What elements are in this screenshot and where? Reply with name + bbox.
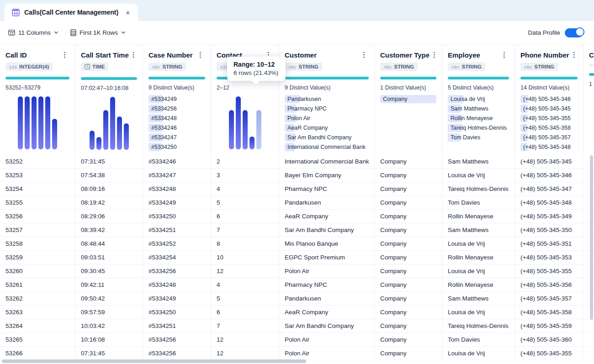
histogram-bar[interactable] [18,96,23,149]
top-value-item[interactable]: Tareiq Holmes-Dennis [448,123,509,132]
top-value-item[interactable]: (+48) 505-345-355 [520,114,578,123]
table-cell-customer[interactable]: Bayer Elm Company [279,169,375,182]
histogram-bar[interactable] [90,131,95,150]
top-value-item[interactable]: (+48) 505-345-346 [520,95,578,104]
table-cell-customer[interactable]: Sar Am Bandhi Company [279,319,375,332]
table-cell-c[interactable] [583,333,594,346]
table-cell-customer-type[interactable]: Company [375,347,442,360]
table-cell-customer[interactable]: EGPC Sport Premium [279,251,375,264]
table-cell-call-id[interactable]: 53262 [0,292,75,305]
table-cell-customer[interactable]: AeaR Company [279,306,375,319]
table-cell-call-start-time[interactable]: 07:31:45 [75,155,143,168]
histogram-bar[interactable] [249,137,255,149]
table-cell-customer-type[interactable]: Company [375,237,442,250]
table-cell-call-start-time[interactable]: 08:09:16 [75,182,143,195]
table-cell-call-id[interactable]: 53254 [0,182,75,195]
top-value-item[interactable]: Company [380,95,436,104]
table-cell-customer-type[interactable]: Company [375,210,442,223]
table-cell-call-start-time[interactable]: 10:03:42 [75,319,143,332]
table-cell-phone-number[interactable]: (+48) 505-345-350 [515,223,583,237]
table-cell-case-number[interactable]: #5334250 [143,306,211,319]
table-cell-contact[interactable]: 5 [211,292,279,305]
table-cell-case-number[interactable]: #5334256 [143,264,211,278]
column-menu-icon[interactable]: ⋮ [499,51,509,59]
column-header-call-id[interactable]: Call ID⋮123INTEGER(4)53252–53279 [0,45,75,155]
table-cell-phone-number[interactable]: (+48) 505-345-351 [515,237,583,250]
histogram-bar[interactable] [236,96,241,149]
table-cell-call-start-time[interactable]: 07:54:38 [75,169,143,182]
table-cell-case-number[interactable]: #5334249 [143,292,211,305]
table-cell-call-start-time[interactable]: 09:57:59 [75,306,143,319]
histogram-bar[interactable] [32,96,37,149]
column-menu-icon[interactable]: ⋮ [569,51,579,59]
table-cell-call-id[interactable]: 53260 [0,264,75,278]
histogram-bar[interactable] [25,96,30,149]
column-header-customer-type[interactable]: Customer Type⋮AbcSTRING1 Distinct Value(… [375,45,442,155]
column-menu-icon[interactable]: ⋮ [359,51,369,59]
histogram-bar[interactable] [45,96,50,149]
table-cell-employee[interactable]: Rollin Menayese [442,251,515,264]
table-cell-case-number[interactable]: #5334247 [143,169,211,182]
table-cell-customer-type[interactable]: Company [375,196,442,209]
table-cell-employee[interactable]: Louisa de Vrij [442,237,515,250]
table-cell-contact[interactable]: 7 [211,319,279,332]
table-cell-call-start-time[interactable]: 07:31:45 [75,347,143,360]
table-cell-employee[interactable]: Sam Matthews [442,292,515,305]
table-cell-contact[interactable]: 7 [211,223,279,237]
table-cell-case-number[interactable]: #5334250 [143,210,211,223]
table-cell-customer[interactable]: Sar Am Bandhi Company [279,223,375,237]
top-value-item[interactable]: Pharmacy NPC [285,104,369,113]
top-value-item[interactable]: #5334248 [148,114,205,123]
tab-calls[interactable]: Calls(Call Center Management) × [5,4,138,21]
table-cell-case-number[interactable]: #5334256 [143,347,211,360]
top-value-item[interactable]: (+48) 505-345-358 [520,123,578,132]
column-header-case-number[interactable]: Case Number⋮AbcSTRING9 Distinct Value(s)… [143,45,211,155]
histogram-bar[interactable] [38,96,43,149]
table-cell-phone-number[interactable]: (+48) 505-345-357 [515,292,583,305]
table-cell-call-id[interactable]: 53261 [0,278,75,291]
column-header-phone-number[interactable]: Phone Number⋮AbcSTRING14 Distinct Value(… [515,45,583,155]
table-cell-employee[interactable]: Louisa de Vrij [442,347,515,360]
table-cell-case-number[interactable]: #5334246 [143,155,211,168]
table-cell-contact[interactable]: 10 [211,251,279,264]
top-value-item[interactable]: #5334256 [148,104,205,113]
table-cell-case-number[interactable]: #5334248 [143,182,211,195]
table-cell-phone-number[interactable]: (+48) 505-345-345 [515,155,583,168]
table-cell-employee[interactable]: Tareiq Holmes-Dennis [442,319,515,332]
table-cell-customer[interactable]: AeaR Company [279,210,375,223]
table-cell-customer[interactable]: Polon Air [279,347,375,360]
top-value-item[interactable]: Louisa de Vrij [448,95,509,104]
table-cell-case-number[interactable]: #5334248 [143,278,211,291]
table-cell-customer[interactable]: Pharmacy NPC [279,278,375,291]
column-menu-icon[interactable]: ⋮ [196,51,205,59]
table-cell-call-id[interactable]: 53253 [0,169,75,182]
column-menu-icon[interactable]: ⋮ [430,51,439,59]
table-cell-customer-type[interactable]: Company [375,223,442,237]
table-cell-call-id[interactable]: 53264 [0,319,75,332]
table-cell-phone-number[interactable]: (+48) 505-345-355 [515,347,583,360]
table-cell-employee[interactable]: Tom Davies [442,333,515,346]
top-value-item[interactable]: AeaR Company [285,123,369,132]
columns-dropdown[interactable]: 11 Columns [8,29,58,36]
table-cell-call-start-time[interactable]: 08:19:42 [75,196,143,209]
table-cell-customer-type[interactable]: Company [375,278,442,291]
table-cell-call-start-time[interactable]: 08:29:06 [75,210,143,223]
table-cell-c[interactable] [583,347,594,360]
table-cell-call-id[interactable]: 53256 [0,210,75,223]
table-cell-customer[interactable]: Polon Air [279,264,375,278]
table-cell-employee[interactable]: Rollin Menayese [442,278,515,291]
histogram-bar[interactable] [243,110,248,149]
table-cell-employee[interactable]: Sam Matthews [442,155,515,168]
table-cell-contact[interactable]: 2 [211,155,279,168]
table-cell-customer[interactable]: International Commercial Bank [279,155,375,168]
horizontal-scrollbar[interactable] [2,359,306,363]
histogram-bar[interactable] [110,97,115,150]
rows-dropdown[interactable]: First 1K Rows [70,29,126,36]
top-value-item[interactable]: Sam Matthews [448,104,509,113]
table-cell-employee[interactable]: Tom Davies [442,196,515,209]
table-cell-contact[interactable]: 8 [211,237,279,250]
table-cell-contact[interactable]: 3 [211,169,279,182]
top-value-item[interactable]: Rollin Menayese [448,114,509,123]
table-cell-customer-type[interactable]: Company [375,182,442,195]
data-profile-toggle[interactable] [565,28,583,37]
